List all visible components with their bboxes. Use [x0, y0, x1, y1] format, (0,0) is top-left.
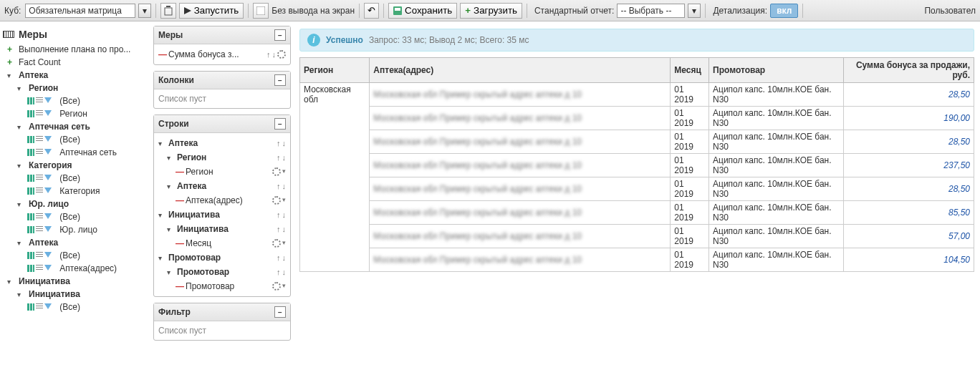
- tree-item-fact[interactable]: Fact Count: [3, 56, 148, 69]
- row-initiative2[interactable]: ▾Инициатива: [167, 222, 286, 236]
- cell-promo: Аципол капс. 10млн.КОЕ бан. N30: [709, 107, 844, 130]
- tree-leaf-apteka-all[interactable]: (Все): [23, 249, 148, 262]
- tree-item-category[interactable]: Категория: [13, 159, 148, 172]
- row-month[interactable]: —Месяц▾: [176, 236, 286, 250]
- collapse-icon[interactable]: −: [274, 306, 286, 318]
- tree-leaf-yur-all[interactable]: (Все): [23, 210, 148, 223]
- row-apteka2[interactable]: ▾Аптека: [167, 179, 286, 193]
- th-apteka[interactable]: Аптека(адрес): [370, 58, 671, 83]
- gear-icon[interactable]: [277, 50, 286, 59]
- svg-rect-3: [256, 6, 265, 15]
- cell-apteka: Московская обл Пример скрытый адрес апте…: [370, 107, 671, 130]
- gear-icon[interactable]: [272, 196, 281, 205]
- th-promo[interactable]: Промотовар: [709, 58, 844, 83]
- th-bonus[interactable]: Сумма бонуса за продажи, руб.: [843, 58, 974, 83]
- tree-item-yur[interactable]: Юр. лицо: [13, 198, 148, 210]
- checkbox-no-output[interactable]: [253, 3, 269, 19]
- row-promo2[interactable]: ▾Промотовар: [167, 265, 286, 279]
- panel-rows-title: Строки: [158, 119, 189, 129]
- detail-label: Детализация:: [713, 6, 767, 16]
- tree-leaf-init-all[interactable]: (Все): [23, 301, 148, 313]
- cell-bonus: 57,00: [843, 225, 974, 248]
- tree-leaf-aptset-all[interactable]: (Все): [23, 133, 148, 146]
- separator: [383, 4, 384, 18]
- cell-bonus: 237,50: [843, 154, 974, 177]
- run-button[interactable]: Запустить: [179, 3, 244, 19]
- collapse-icon[interactable]: −: [274, 118, 286, 130]
- row-apteka[interactable]: ▾Аптека: [158, 136, 286, 150]
- tree-item-region[interactable]: Регион: [13, 82, 148, 94]
- status-text: Запрос: 33 мс; Вывод 2 мс; Всего: 35 мс: [369, 35, 529, 45]
- row-promo3[interactable]: —Промотовар▾: [176, 279, 286, 293]
- th-region[interactable]: Регион: [300, 58, 370, 83]
- funnel-icon: [44, 97, 52, 103]
- table-row[interactable]: Московская обл Пример скрытый адрес апте…: [300, 130, 974, 154]
- table-row[interactable]: Московская облМосковская обл Пример скры…: [300, 83, 974, 107]
- panel-columns-title: Колонки: [158, 75, 194, 85]
- tree-leaf-aptset[interactable]: Аптечная сеть: [23, 146, 148, 159]
- table-row[interactable]: Московская обл Пример скрытый адрес апте…: [300, 225, 974, 248]
- tree-item-aptset[interactable]: Аптечная сеть: [13, 120, 148, 133]
- cell-promo: Аципол капс. 10млн.КОЕ бан. N30: [709, 177, 844, 201]
- collapse-icon[interactable]: −: [274, 74, 286, 86]
- std-report-dropdown-btn[interactable]: ▾: [688, 4, 701, 18]
- collapse-icon[interactable]: −: [274, 29, 286, 41]
- gear-icon[interactable]: [272, 167, 281, 176]
- cell-bonus: 28,50: [843, 83, 974, 107]
- user-label: Пользовател: [924, 6, 976, 16]
- list-icon: [36, 97, 43, 104]
- move-down-icon[interactable]: [272, 50, 277, 59]
- cell-apteka: Московская обл Пример скрытый адрес апте…: [370, 201, 671, 225]
- undo-button[interactable]: ↶: [364, 3, 379, 19]
- tree-leaf-yur[interactable]: Юр. лицо: [23, 223, 148, 236]
- tree-item-initiative2[interactable]: Инициатива: [13, 288, 148, 301]
- columns-empty: Список пуст: [154, 89, 290, 108]
- row-region-leaf[interactable]: —Регион▾: [176, 165, 286, 179]
- table-row[interactable]: Московская обл Пример скрытый адрес апте…: [300, 248, 974, 272]
- tree-leaf-region-all[interactable]: (Все): [23, 94, 148, 107]
- tree-item-apteka[interactable]: Аптека: [3, 69, 148, 82]
- tree-leaf-cat-all[interactable]: (Все): [23, 172, 148, 185]
- row-region[interactable]: ▾Регион: [167, 150, 286, 165]
- tree-leaf-cat[interactable]: Категория: [23, 185, 148, 198]
- save-label: Сохранить: [405, 5, 452, 16]
- toolbar: Куб: Обязательная матрица ▾ Запустить Бе…: [0, 0, 980, 21]
- row-initiative[interactable]: ▾Инициатива: [158, 208, 286, 222]
- layout-panels: Меры− —Сумма бонуса з... Колонки− Список…: [150, 21, 294, 351]
- panel-columns: Колонки− Список пуст: [153, 71, 291, 109]
- dimensions-tree: Меры Выполнение плана по про... Fact Cou…: [0, 21, 150, 351]
- row-apteka-addr[interactable]: —Аптека(адрес)▾: [176, 193, 286, 208]
- th-month[interactable]: Месяц: [671, 58, 709, 83]
- cell-apteka: Московская обл Пример скрытый адрес апте…: [370, 154, 671, 177]
- panel-rows: Строки− ▾Аптека ▾Регион —Регион▾ ▾Аптека…: [153, 114, 291, 297]
- table-row[interactable]: Московская обл Пример скрытый адрес апте…: [300, 201, 974, 225]
- svg-rect-5: [395, 8, 400, 11]
- load-button[interactable]: +Загрузить: [460, 3, 522, 19]
- save-button[interactable]: Сохранить: [388, 3, 457, 19]
- svg-rect-0: [165, 8, 172, 15]
- table-row[interactable]: Московская обл Пример скрытый адрес апте…: [300, 107, 974, 130]
- tree-leaf-region[interactable]: Регион: [23, 107, 148, 120]
- row-promo[interactable]: ▾Промотовар: [158, 250, 286, 265]
- cell-promo: Аципол капс. 10млн.КОЕ бан. N30: [709, 248, 844, 272]
- tree-item-initiative[interactable]: Инициатива: [3, 275, 148, 288]
- detail-toggle[interactable]: вкл: [770, 4, 798, 18]
- gear-icon[interactable]: [272, 239, 281, 248]
- cube-label: Куб:: [4, 6, 21, 16]
- delete-button[interactable]: [160, 3, 176, 19]
- panel-filter-title: Фильтр: [158, 307, 191, 317]
- separator: [155, 4, 156, 18]
- measure-item[interactable]: —Сумма бонуса з...: [158, 47, 286, 62]
- tree-leaf-apteka-addr[interactable]: Аптека(адрес): [23, 262, 148, 275]
- std-report-select[interactable]: -- Выбрать --: [617, 4, 685, 18]
- move-up-icon[interactable]: [266, 50, 271, 59]
- svg-rect-1: [166, 6, 170, 7]
- gear-icon[interactable]: [272, 282, 281, 291]
- cell-bonus: 190,00: [843, 107, 974, 130]
- cube-dropdown-btn[interactable]: ▾: [138, 4, 151, 18]
- table-row[interactable]: Московская обл Пример скрытый адрес апте…: [300, 154, 974, 177]
- tree-item-apteka2[interactable]: Аптека: [13, 236, 148, 249]
- tree-item-plan[interactable]: Выполнение плана по про...: [3, 43, 148, 56]
- cube-select[interactable]: Обязательная матрица: [25, 4, 135, 18]
- table-row[interactable]: Московская обл Пример скрытый адрес апте…: [300, 177, 974, 201]
